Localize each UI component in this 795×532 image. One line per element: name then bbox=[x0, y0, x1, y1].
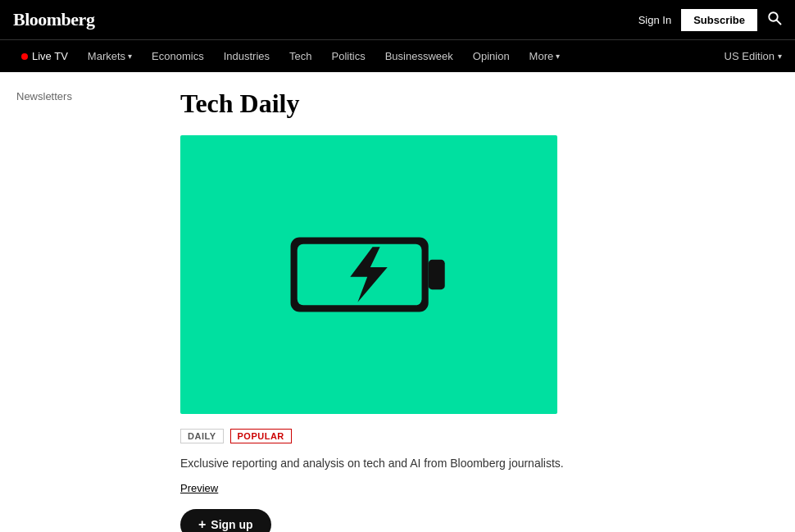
edition-selector[interactable]: US Edition ▾ bbox=[725, 50, 782, 62]
nav-item-politics[interactable]: Politics bbox=[324, 40, 374, 73]
sidebar-newsletters-label: Newsletters bbox=[16, 90, 72, 102]
chevron-down-icon: ▾ bbox=[128, 52, 132, 61]
signup-button[interactable]: + Sign up bbox=[180, 509, 271, 532]
search-button[interactable] bbox=[767, 11, 782, 29]
svg-line-1 bbox=[777, 20, 781, 25]
edition-label: US Edition bbox=[725, 50, 775, 62]
nav-item-opinion[interactable]: Opinion bbox=[465, 40, 518, 73]
bloomberg-logo: Bloomberg bbox=[13, 9, 94, 30]
nav-item-industries[interactable]: Industries bbox=[216, 40, 278, 73]
tag-popular: POPULAR bbox=[230, 429, 292, 443]
nav-item-live-tv[interactable]: Live TV bbox=[13, 40, 76, 73]
tag-daily: DAILY bbox=[180, 429, 224, 443]
top-bar-actions: Sign In Subscribe bbox=[638, 9, 782, 31]
nav-item-economics[interactable]: Economics bbox=[143, 40, 212, 73]
nav-item-tech[interactable]: Tech bbox=[281, 40, 320, 73]
search-icon bbox=[767, 11, 782, 25]
preview-link[interactable]: Preview bbox=[180, 482, 218, 494]
sign-in-button[interactable]: Sign In bbox=[638, 14, 671, 26]
newsletter-tags: DAILY POPULAR bbox=[180, 429, 779, 443]
plus-icon: + bbox=[198, 517, 206, 532]
chevron-down-icon: ▾ bbox=[556, 52, 560, 61]
nav-bar: Live TV Markets ▾ Economics Industries T… bbox=[0, 39, 795, 72]
newsletter-hero-image bbox=[180, 135, 557, 414]
battery-charging-icon bbox=[287, 225, 451, 324]
top-bar: Bloomberg Sign In Subscribe bbox=[0, 0, 795, 39]
sidebar: Newsletters bbox=[0, 89, 164, 532]
newsletter-description: Exclusive reporting and analysis on tech… bbox=[180, 455, 779, 472]
nav-item-more[interactable]: More ▾ bbox=[521, 40, 569, 73]
signup-label: Sign up bbox=[211, 518, 252, 531]
nav-item-markets[interactable]: Markets ▾ bbox=[80, 40, 140, 73]
main-content: Tech Daily DAILY POPULAR Exclusive repor… bbox=[164, 89, 795, 532]
nav-items: Live TV Markets ▾ Economics Industries T… bbox=[13, 40, 568, 73]
svg-rect-4 bbox=[429, 260, 445, 289]
content-area: Newsletters Tech Daily DAILY POPULAR Exc… bbox=[0, 72, 795, 532]
live-dot-icon bbox=[21, 53, 28, 60]
chevron-down-icon: ▾ bbox=[778, 52, 782, 61]
nav-item-businessweek[interactable]: Businessweek bbox=[377, 40, 461, 73]
subscribe-button[interactable]: Subscribe bbox=[681, 9, 757, 31]
newsletter-title: Tech Daily bbox=[180, 89, 779, 119]
